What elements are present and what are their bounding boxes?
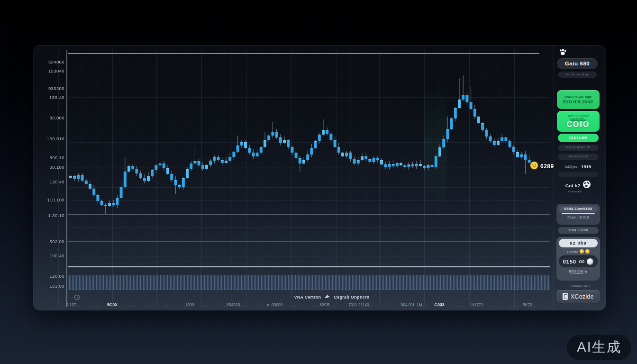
time-tick-label: 1900	[168, 302, 211, 307]
globe-icon	[582, 180, 591, 191]
bottom-action-button[interactable]: XCozide	[556, 290, 600, 303]
stat-label: Ist@yes	[565, 165, 577, 168]
price-tick-label: 153040	[35, 68, 64, 73]
price-tick-label: 163.00	[35, 283, 64, 289]
time-tick-label: G033	[418, 302, 461, 307]
balance-subtext: 60am / 8.010	[559, 216, 598, 219]
coio-button[interactable]: WHITTTUV/VALU Locaulilli... COIO	[557, 111, 600, 132]
promo-button-line1: R$BG7S-u1 sup'	[564, 95, 592, 99]
promo-button[interactable]: R$BG7S-u1 sup' EXO HiR 2NNP	[557, 90, 600, 109]
balance-value: 6503.22w/9103	[559, 206, 598, 212]
wallet-amount: 0150	[563, 259, 576, 264]
wallet-amount-button[interactable]: 0150 O0	[559, 255, 598, 267]
coio-button-label: COIO	[567, 120, 590, 129]
price-tick-label: 930200	[35, 86, 64, 91]
price-tick-label: 80.000	[35, 115, 64, 120]
coin-icon	[530, 161, 538, 172]
price-tick-label: 502.00	[35, 239, 64, 244]
time-tick-label: 1B4020	[212, 302, 255, 307]
footer-note-right: Cegrab Onpncrn	[334, 295, 369, 300]
price-tick-label: 60.100	[35, 164, 64, 170]
balance-progress-bar	[562, 213, 595, 214]
price-tick-label: 534060	[35, 59, 64, 64]
chart-footer-note: VNA Certron Cegrab Onpncrn	[256, 294, 408, 300]
time-tick-label: N1771	[456, 302, 499, 307]
price-tick-label: 120.00	[35, 273, 64, 279]
balance-panel[interactable]: 6503.22w/9103 60am / 8.010	[556, 204, 600, 225]
time-tick-label: 5G0X	[91, 302, 134, 307]
logo-icon	[559, 49, 567, 58]
bottom-action-label: XCozide	[571, 293, 594, 300]
coin-icon	[587, 258, 593, 265]
price-tag-value: 6289	[540, 163, 554, 170]
wallet-coins-row: oo9Rne	[559, 249, 598, 254]
price-tick-label: 1.30.10	[35, 213, 64, 218]
promo-button-line2: EXO HiR 2NNP	[563, 100, 593, 104]
device-icon	[563, 293, 568, 300]
coio-button-line2: Locaulilli...	[570, 117, 586, 120]
time-tick-label: 7011 21140	[337, 302, 380, 307]
info-pill-3[interactable]: THM 20050	[558, 227, 599, 234]
stat-row: Ist@yes 1919	[559, 163, 597, 170]
time-tick-label: 0.107	[50, 302, 92, 307]
stat-value: 1919	[581, 164, 591, 169]
empty-pill	[558, 172, 599, 177]
footer-note-left: VNA Certron	[294, 295, 321, 300]
time-tick-label: 5K72	[506, 302, 549, 307]
price-tick-label: 110.100	[35, 197, 64, 202]
sidebar: Gaiu 680 An nib uad & av R$BG7S-u1 sup' …	[553, 45, 606, 310]
ai-watermark: AI生成	[567, 335, 631, 360]
time-tick-label: m 00000	[254, 302, 296, 307]
coin-icon	[585, 249, 590, 254]
coin-icon	[580, 249, 584, 254]
price-tick-label: 100.40	[35, 253, 64, 258]
goto-label: GoLb7	[565, 183, 581, 188]
price-tick-label: 130-40	[35, 95, 64, 100]
current-price-tag: 6289	[530, 161, 554, 172]
info-pill-1[interactable]: NINNB #B3E5 0P	[558, 145, 599, 151]
price-tick-label: 800.10	[35, 155, 64, 160]
wallet-amount-suffix: O0	[579, 259, 584, 264]
account-pill[interactable]: Gaiu 680	[557, 58, 598, 69]
wallet-link[interactable]: 000 0h/-o	[559, 269, 598, 273]
wallet-coins-label: oo9Rne	[567, 250, 578, 253]
bird-icon	[324, 294, 330, 300]
app-window: 534060153040930200130-4080.000160.010800…	[0, 0, 637, 364]
goto-subtext: Amazonado	[558, 190, 592, 193]
goto-link[interactable]: GoLb7	[558, 180, 598, 191]
info-pill-2[interactable]: WNaBnG ALM	[558, 154, 599, 160]
wallet-header: 92 0b9	[559, 239, 598, 247]
account-subtext-pill: An nib uad & av	[558, 72, 597, 78]
history-icon[interactable]	[74, 294, 80, 300]
price-tick-label: 160.010	[35, 136, 64, 141]
fine-print: Prananov dol9	[554, 284, 606, 287]
wallet-panel: 92 0b9 oo9Rne 0150 O0 000 0h/-o	[556, 237, 600, 281]
ai-watermark-label: AI生成	[577, 338, 621, 357]
candlestick-chart[interactable]	[0, 0, 637, 364]
amount-button[interactable]: 0324LM6	[558, 134, 599, 142]
price-tick-label: 130.40	[35, 179, 64, 184]
